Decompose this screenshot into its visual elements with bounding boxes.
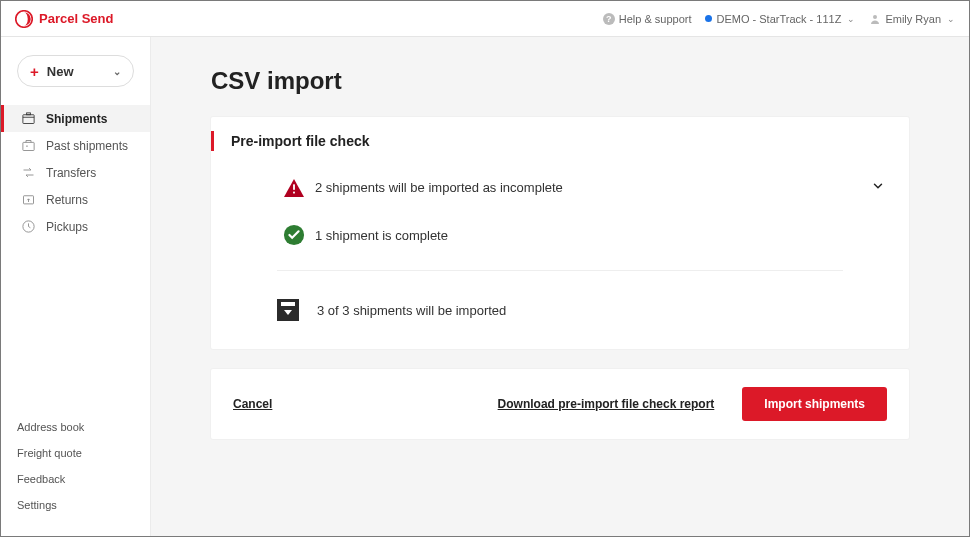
cancel-link[interactable]: Cancel bbox=[233, 397, 272, 411]
page-title: CSV import bbox=[211, 67, 909, 95]
user-menu[interactable]: Emily Ryan ⌄ bbox=[869, 13, 955, 25]
link-address-book[interactable]: Address book bbox=[17, 414, 134, 440]
svg-rect-4 bbox=[23, 142, 34, 150]
plus-icon: + bbox=[30, 64, 39, 79]
link-freight-quote[interactable]: Freight quote bbox=[17, 440, 134, 466]
nav-pickups[interactable]: Pickups bbox=[1, 213, 150, 240]
status-complete-row: 1 shipment is complete bbox=[211, 212, 909, 258]
nav-transfers[interactable]: Transfers bbox=[1, 159, 150, 186]
svg-rect-7 bbox=[293, 184, 295, 189]
nav-label: Pickups bbox=[46, 220, 88, 234]
chevron-down-icon bbox=[871, 179, 885, 193]
summary-row: 3 of 3 shipments will be imported bbox=[211, 283, 909, 349]
expand-incomplete[interactable] bbox=[867, 175, 889, 200]
primary-nav: Shipments Past shipments Transfers Retur… bbox=[1, 105, 150, 240]
svg-rect-3 bbox=[27, 113, 31, 115]
account-switcher[interactable]: DEMO - StarTrack - 111Z ⌄ bbox=[705, 13, 855, 25]
new-button[interactable]: + New ⌄ bbox=[17, 55, 134, 87]
nav-label: Past shipments bbox=[46, 139, 128, 153]
transfers-icon bbox=[21, 165, 36, 180]
past-shipments-icon bbox=[21, 138, 36, 153]
sidebar-secondary: Address book Freight quote Feedback Sett… bbox=[1, 406, 150, 536]
nav-shipments[interactable]: Shipments bbox=[1, 105, 150, 132]
nav-past-shipments[interactable]: Past shipments bbox=[1, 132, 150, 159]
user-name: Emily Ryan bbox=[885, 13, 941, 25]
nav-label: Transfers bbox=[46, 166, 96, 180]
brand-name: Parcel Send bbox=[39, 11, 113, 26]
main-layout: + New ⌄ Shipments Past shipments Transfe… bbox=[1, 37, 969, 536]
divider bbox=[277, 270, 843, 271]
shipments-icon bbox=[21, 111, 36, 126]
warning-icon bbox=[283, 178, 305, 198]
user-icon bbox=[869, 13, 881, 25]
link-feedback[interactable]: Feedback bbox=[17, 466, 134, 492]
chevron-down-icon: ⌄ bbox=[947, 14, 955, 24]
status-complete-text: 1 shipment is complete bbox=[315, 228, 448, 243]
svg-rect-2 bbox=[23, 115, 34, 124]
svg-point-1 bbox=[873, 15, 877, 19]
preimport-card: Pre-import file check 2 shipments will b… bbox=[211, 117, 909, 349]
sidebar: + New ⌄ Shipments Past shipments Transfe… bbox=[1, 37, 151, 536]
summary-text: 3 of 3 shipments will be imported bbox=[317, 303, 506, 318]
download-report-link[interactable]: Download pre-import file check report bbox=[498, 397, 715, 411]
pickups-icon bbox=[21, 219, 36, 234]
import-shipments-button[interactable]: Import shipments bbox=[742, 387, 887, 421]
link-settings[interactable]: Settings bbox=[17, 492, 134, 518]
footer-actions: Cancel Download pre-import file check re… bbox=[211, 369, 909, 439]
nav-returns[interactable]: Returns bbox=[1, 186, 150, 213]
brand-icon bbox=[15, 10, 33, 28]
chevron-down-icon: ⌄ bbox=[113, 66, 121, 77]
nav-label: Returns bbox=[46, 193, 88, 207]
account-label: DEMO - StarTrack - 111Z bbox=[716, 13, 841, 25]
app-header: Parcel Send ? Help & support DEMO - Star… bbox=[1, 1, 969, 37]
nav-label: Shipments bbox=[46, 112, 107, 126]
save-icon bbox=[277, 299, 299, 321]
status-incomplete-text: 2 shipments will be imported as incomple… bbox=[315, 180, 563, 195]
help-label: Help & support bbox=[619, 13, 692, 25]
card-title: Pre-import file check bbox=[211, 117, 909, 163]
help-icon: ? bbox=[603, 13, 615, 25]
returns-icon bbox=[21, 192, 36, 207]
status-dot-icon bbox=[705, 15, 712, 22]
chevron-down-icon: ⌄ bbox=[847, 14, 855, 24]
svg-rect-8 bbox=[293, 191, 295, 193]
new-label: New bbox=[47, 64, 74, 79]
help-support-link[interactable]: ? Help & support bbox=[603, 13, 692, 25]
check-circle-icon bbox=[283, 224, 305, 246]
brand-logo[interactable]: Parcel Send bbox=[15, 10, 113, 28]
content-area: CSV import Pre-import file check 2 shipm… bbox=[151, 37, 969, 536]
status-incomplete-row: 2 shipments will be imported as incomple… bbox=[211, 163, 909, 212]
